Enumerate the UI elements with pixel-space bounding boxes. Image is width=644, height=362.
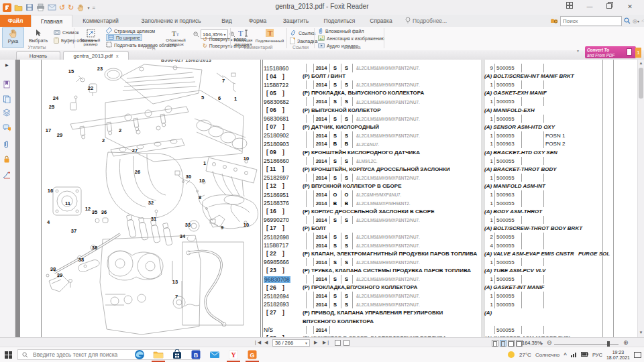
scroll-down-icon[interactable]: ▼ (638, 330, 644, 335)
panel-layers-icon[interactable] (3, 107, 12, 117)
tab-fill-sign[interactable]: Заполнение и подпись (129, 15, 213, 27)
vertical-scrollbar[interactable] (637, 60, 644, 337)
start-button[interactable] (5, 351, 12, 359)
part-desc-ru: (P) ПРОКЛАДКА,ВПУСКНОГО КОЛЛЕКТОРА (303, 284, 417, 290)
tab-help[interactable]: Справка (362, 15, 400, 27)
attach-file-button[interactable]: Вложенный файл (318, 27, 364, 34)
group-code-cell: 500055 (496, 234, 515, 240)
taskbar-search-input[interactable] (32, 351, 189, 359)
tab-form[interactable]: Форма (240, 15, 275, 27)
image-annotation-button[interactable]: Аннотация к изображению (318, 35, 384, 42)
diagram-callout: 1 (203, 160, 206, 166)
taskbar-app-edge[interactable] (134, 349, 145, 360)
prev-page-button[interactable]: ◀ (264, 340, 268, 345)
svg-text:Y: Y (231, 351, 236, 359)
tile-windows-button[interactable] (562, 2, 577, 12)
search-settings-icon[interactable]: ◎▾ (633, 18, 639, 24)
first-page-button[interactable]: ❘◀ (254, 340, 261, 345)
attach-file-icon (318, 27, 323, 35)
tab-document[interactable]: gentra_2013.pdfx (63, 51, 129, 60)
facing-view-icon[interactable] (508, 340, 515, 347)
close-tab-icon[interactable]: x (116, 54, 119, 58)
expand-panel-icon[interactable]: ▶ (5, 62, 9, 67)
scroll-up-icon[interactable]: ▲ (638, 61, 644, 65)
collapse-badge-icon[interactable]: ▾ (577, 48, 579, 53)
prev-result-icon[interactable]: ◁ (641, 18, 644, 23)
scrollbar-thumb[interactable] (639, 68, 643, 99)
tab-protect[interactable]: Защитить (275, 15, 317, 27)
tab-home[interactable]: Главная (31, 15, 72, 27)
zoom-out-button[interactable]: ⊖ (547, 339, 552, 346)
weather-icon[interactable] (507, 351, 515, 360)
network-icon[interactable] (571, 352, 577, 359)
usage-code-1: S (329, 276, 341, 282)
restore-button[interactable] (602, 2, 617, 12)
usage-code-2: O (341, 192, 352, 198)
cell-divider (494, 97, 495, 106)
part-desc-ru: (P) ВПУСКНОЙ КОЛЛЕКТОР В СБОРЕ (303, 183, 401, 189)
page-number-box[interactable]: 36 / 266▾ (272, 339, 310, 347)
diagram-callout: 2 (102, 137, 105, 143)
zoom-in-button[interactable]: ⊕ (623, 339, 629, 346)
cell-divider (521, 131, 522, 140)
weather-text[interactable]: Солнечно (535, 352, 559, 358)
part-desc-en: (A) VALVE ASM-EVAP EMIS CNSTR (484, 251, 574, 257)
next-page-button[interactable]: ▶ (314, 340, 317, 345)
last-page-button[interactable]: ▶❘ (323, 340, 330, 345)
snapshot-button[interactable]: Снимок (54, 29, 79, 36)
tab-view[interactable]: Вид (213, 15, 240, 27)
usage-code-2: B (341, 141, 352, 147)
tell-me-more[interactable]: Подробнее... (405, 15, 447, 27)
notification-count-badge[interactable]: 1 (635, 48, 641, 58)
prev-view-icon[interactable] (335, 340, 341, 346)
usage-code-1: S (329, 158, 341, 164)
search-go-icon[interactable] (624, 15, 631, 27)
next-view-icon[interactable] (343, 340, 350, 346)
tab-comment[interactable]: Комментарий (72, 15, 129, 27)
actual-size-label: Истинный размер (76, 38, 105, 47)
status-zoom-dropdown-icon[interactable]: ▾ (541, 341, 543, 346)
taskbar-app-app-b[interactable]: B (191, 349, 201, 360)
action-center-icon[interactable] (634, 352, 641, 358)
panel-signature-icon[interactable] (3, 170, 12, 179)
panel-comments-icon[interactable] (3, 123, 12, 132)
table-data-row: 968306822014SS&L2C/LM9&MH9/MXP&NT2/NU7.1… (262, 97, 635, 106)
search-input[interactable] (560, 16, 622, 26)
document-tab-bar: Начать gentra_2013.pdfx (0, 50, 644, 60)
panel-attachments-icon[interactable] (3, 139, 12, 149)
language-indicator[interactable]: РУС (592, 352, 602, 358)
cell-divider (521, 199, 522, 208)
panel-security-lock-icon[interactable] (3, 154, 12, 164)
group-code-cell: 500055 (496, 302, 515, 308)
tray-expand-icon[interactable]: ^ (564, 352, 567, 358)
close-button[interactable]: ✕ (623, 2, 637, 12)
taskbar-app-foxit[interactable]: G (247, 349, 258, 360)
search-history-icon[interactable] (550, 15, 558, 27)
link-button[interactable]: Ссылка (290, 29, 315, 36)
tab-file[interactable]: Файл (0, 15, 31, 27)
taskbar-app-explorer[interactable] (153, 349, 164, 360)
tab-share[interactable]: Поделиться (317, 15, 362, 27)
weather-temp[interactable]: 27°C (519, 352, 531, 358)
part-desc-ru: (P) КОРПУС ДРОССЕЛЬНОЙ ЗАСЛОНКИ В СБОРЕ (303, 208, 435, 215)
tab-start-page[interactable]: Начать (16, 51, 60, 60)
minimize-button[interactable]: — (582, 2, 597, 12)
continuous-view-icon[interactable] (500, 340, 506, 347)
panel-bookmarks-icon[interactable] (3, 79, 12, 88)
actual-size-button[interactable]: Истинный размер (76, 27, 105, 48)
part-desc-ru: (P) БОЛТ / ВИНТ (303, 73, 345, 79)
taskbar-app-yandex[interactable]: Y (228, 349, 239, 360)
single-page-view-icon[interactable] (492, 340, 498, 347)
whole-page-button[interactable]: Страница целиком (106, 27, 155, 34)
year-cell: 2014 (313, 133, 329, 139)
clipboard-icon (54, 37, 59, 44)
taskbar-app-mail[interactable] (209, 349, 220, 360)
clock[interactable]: 19:23 18.07.2021 (606, 350, 630, 361)
taskbar-app-store[interactable] (172, 349, 182, 360)
year-cell: 2014 (313, 141, 329, 147)
zoom-out-icon[interactable] (193, 28, 199, 40)
fit-width-button[interactable]: По ширине (106, 34, 142, 41)
panel-pages-icon[interactable] (3, 94, 12, 103)
battery-icon[interactable] (581, 352, 588, 358)
part-desc-en: (A) BOLT/SCREW-THROT BODY BRKT (484, 225, 582, 231)
